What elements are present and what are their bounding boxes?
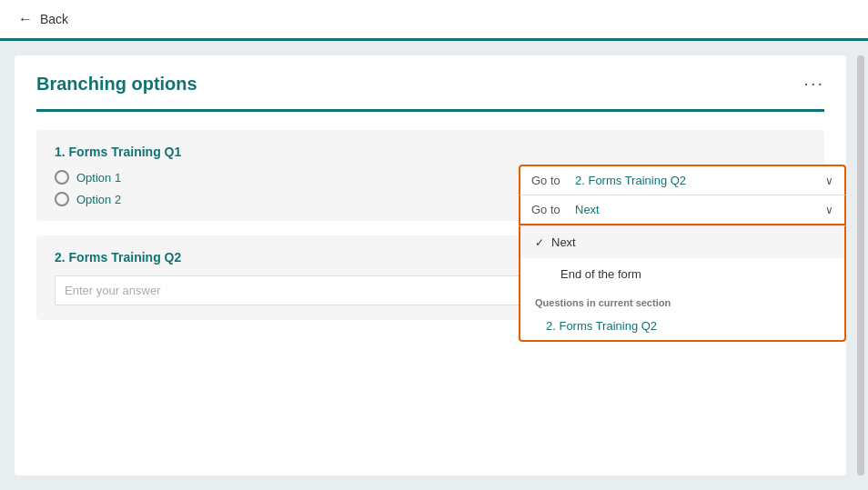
goto-label-2: Go to [531, 203, 568, 216]
option-1-label: Option 1 [76, 171, 121, 185]
chevron-down-icon-1[interactable]: ∨ [825, 175, 833, 187]
scrollbar[interactable] [857, 55, 864, 475]
goto-value-2: Next [575, 203, 818, 216]
panel: Branching options ··· 1. Forms Training … [15, 55, 846, 475]
dropdown-item-end[interactable]: End of the form [520, 258, 844, 290]
question-1-title: 1. Forms Training Q1 [55, 145, 806, 159]
more-options-button[interactable]: ··· [803, 74, 824, 92]
dropdown-item-next[interactable]: ✓ Next [520, 226, 844, 258]
back-arrow-icon[interactable]: ← [18, 11, 33, 27]
goto-row-2: Go to Next ∨ [519, 195, 846, 225]
main-content: Branching options ··· 1. Forms Training … [0, 41, 868, 490]
divider [36, 109, 824, 112]
chevron-down-icon-2[interactable]: ∨ [825, 204, 833, 216]
panel-header: Branching options ··· [36, 74, 824, 95]
option-2-label: Option 2 [76, 193, 121, 206]
dropdown-section-label: Questions in current section [520, 290, 844, 312]
dropdown-next-label: Next [551, 235, 576, 249]
dropdown-end-label: End of the form [560, 267, 641, 281]
dropdown-item-q2[interactable]: 2. Forms Training Q2 [520, 312, 844, 340]
goto-label-1: Go to [531, 174, 568, 187]
radio-option2[interactable] [55, 192, 69, 206]
goto-value-1: 2. Forms Training Q2 [575, 174, 818, 187]
panel-title: Branching options [36, 74, 197, 95]
dropdown-menu: ✓ Next End of the form Questions in curr… [519, 225, 846, 342]
back-label[interactable]: Back [40, 12, 68, 26]
goto-row-1: Go to 2. Forms Training Q2 ∨ [519, 165, 846, 195]
check-icon: ✓ [535, 236, 544, 249]
branching-overlay: Go to 2. Forms Training Q2 ∨ Go to Next … [519, 165, 846, 342]
top-bar: ← Back [0, 0, 868, 41]
radio-option1[interactable] [55, 170, 69, 185]
